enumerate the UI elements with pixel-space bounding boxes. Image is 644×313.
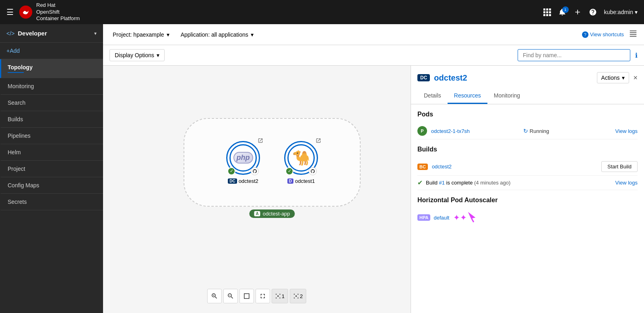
project-chevron-icon: ▾ (167, 31, 169, 38)
hpa-name[interactable]: default (433, 215, 449, 221)
hamburger-button[interactable]: ☰ (6, 7, 14, 17)
hpa-badge: HPA (417, 214, 430, 221)
node-name-odctest2: odctest2 (239, 178, 258, 184)
pod-name[interactable]: odctest2-1-tx7sh (431, 128, 519, 134)
github-badge-odctest1 (309, 167, 317, 175)
fit-to-screen-button[interactable] (239, 289, 254, 303)
d-type-badge-odctest1: D (287, 178, 293, 184)
svg-rect-2 (546, 8, 548, 10)
sidebar-item-topology[interactable]: Topology (0, 59, 103, 78)
dc-type-badge-odctest2: DC (228, 178, 237, 184)
shortcuts-help-icon: ? (582, 31, 588, 38)
build-number[interactable]: #1 (439, 180, 445, 186)
zoom-out-button[interactable] (223, 289, 238, 303)
sidebar-add-button[interactable]: +Add (0, 43, 103, 59)
svg-rect-8 (546, 14, 548, 16)
check-badge-odctest2: ✓ (227, 167, 235, 175)
sidebar-item-project[interactable]: Project (0, 161, 103, 177)
app-a-badge: A (254, 211, 260, 216)
app-chevron-icon: ▾ (251, 31, 254, 38)
svg-rect-6 (549, 11, 551, 13)
pod-row: P odctest2-1-tx7sh ↻ Running View logs (417, 123, 638, 139)
tab-resources[interactable]: Resources (448, 88, 487, 104)
project-selector[interactable]: Project: hpaexample ▾ (109, 30, 173, 39)
topology-node-odctest2[interactable]: php ✓ DC odctest2 (226, 141, 260, 184)
bc-badge: BC (417, 164, 428, 170)
tab-details[interactable]: Details (417, 88, 448, 104)
zoom-controls: 1 2 (207, 289, 306, 303)
grid-icon (543, 8, 551, 16)
main-layout: </> Developer ▾ +Add Topology Monitoring… (0, 24, 644, 313)
hpa-section: Horizontal Pod Autoscaler HPA default ✦✦ (417, 197, 638, 226)
panel-dc-badge: DC (417, 74, 430, 81)
zoom-group1-label: 1 (282, 293, 285, 299)
actions-button[interactable]: Actions ▾ (597, 72, 630, 83)
navbar: ☰ Red Hat OpenShift Container Platform (0, 0, 644, 24)
view-shortcuts-button[interactable]: ? View shortcuts (582, 31, 624, 38)
cursor-icon: ✦✦ (453, 213, 467, 222)
code-icon: </> (6, 30, 14, 37)
svg-point-20 (294, 294, 295, 294)
zoom-in-button[interactable] (207, 289, 222, 303)
list-view-button[interactable] (629, 29, 638, 40)
navbar-icons: 1 kube:admin ▾ (543, 8, 638, 16)
topology-canvas[interactable]: php ✓ DC odctest2 (103, 66, 411, 313)
external-link-icon-odctest1[interactable] (316, 138, 321, 145)
close-icon: × (633, 74, 638, 82)
svg-point-15 (276, 294, 277, 294)
sidebar-item-secrets[interactable]: Secrets (0, 194, 103, 210)
build-text-middle: is complete (445, 180, 473, 186)
sidebar-item-pipelines[interactable]: Pipelines (0, 128, 103, 144)
sidebar-role-label: Developer (18, 30, 91, 37)
svg-rect-1 (543, 8, 545, 10)
github-badge-odctest2 (251, 167, 259, 175)
brand-logo: Red Hat OpenShift Container Platform (19, 2, 80, 23)
zoom-group1-button[interactable]: 1 (272, 289, 288, 303)
zoom-group2-button[interactable]: 2 (290, 289, 306, 303)
svg-point-19 (295, 295, 297, 297)
redhat-logo-icon (19, 5, 33, 19)
sidebar-item-config-maps[interactable]: Config Maps (0, 177, 103, 194)
external-link-icon[interactable] (258, 138, 263, 145)
sidebar-item-search[interactable]: Search (0, 95, 103, 111)
user-menu-button[interactable]: kube:admin ▾ (604, 9, 638, 15)
tab-monitoring[interactable]: Monitoring (487, 88, 526, 104)
notifications-button[interactable]: 1 (558, 8, 566, 16)
add-button[interactable] (574, 8, 582, 16)
start-build-button[interactable]: Start Build (601, 161, 638, 172)
svg-rect-12 (630, 34, 637, 35)
build-time: (4 minutes ago) (474, 180, 510, 186)
panel-close-button[interactable]: × (633, 74, 638, 82)
build-view-logs-button[interactable]: View logs (615, 180, 638, 186)
expand-button[interactable] (256, 289, 270, 303)
node-icon-group2 (293, 293, 299, 299)
application-selector[interactable]: Application: all applications ▾ (178, 30, 257, 39)
svg-rect-4 (543, 11, 545, 13)
topology-node-odctest1[interactable]: 🐪 ✓ D odctest1 (284, 141, 318, 184)
sidebar-item-helm[interactable]: Helm (0, 144, 103, 161)
application-label: Application: all applications (181, 31, 248, 38)
app-group-name: odctest-app (263, 211, 290, 217)
sidebar-item-builds[interactable]: Builds (0, 111, 103, 128)
app-group-label: A odctest-app (249, 209, 295, 218)
topbar: Project: hpaexample ▾ Application: all a… (103, 24, 644, 45)
display-options-button[interactable]: Display Options ▾ (109, 49, 165, 61)
sidebar-item-monitoring[interactable]: Monitoring (0, 78, 103, 95)
user-chevron-icon: ▾ (635, 9, 638, 15)
list-icon (629, 29, 638, 38)
user-label: kube:admin (604, 9, 633, 15)
subtoolbar: Display Options ▾ ℹ (103, 45, 644, 66)
build-name[interactable]: odctest2 (432, 164, 597, 170)
sidebar-role-selector[interactable]: </> Developer ▾ (0, 24, 103, 43)
notification-badge: 1 (562, 6, 569, 13)
build-text-prefix: Build (426, 180, 439, 186)
search-info-icon: ℹ (635, 52, 638, 59)
panel-title-row: DC odctest2 Actions ▾ × (417, 72, 638, 83)
grid-icon-button[interactable] (543, 8, 551, 16)
search-input[interactable] (518, 49, 630, 61)
pod-view-logs-button[interactable]: View logs (615, 128, 638, 134)
pod-type-icon: P (417, 126, 427, 136)
help-button[interactable] (589, 8, 597, 16)
fit-icon (243, 292, 250, 300)
node-label-odctest1: D odctest1 (287, 178, 315, 184)
